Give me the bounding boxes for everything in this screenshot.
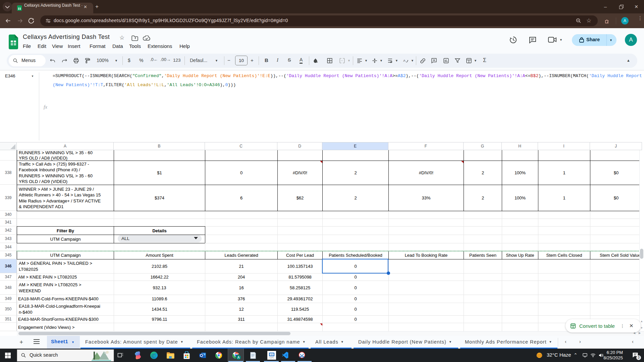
svg-text:TaskPro: TaskPro xyxy=(269,357,274,359)
svg-text:A: A xyxy=(403,59,406,62)
svg-text:GO: GO xyxy=(270,354,273,356)
